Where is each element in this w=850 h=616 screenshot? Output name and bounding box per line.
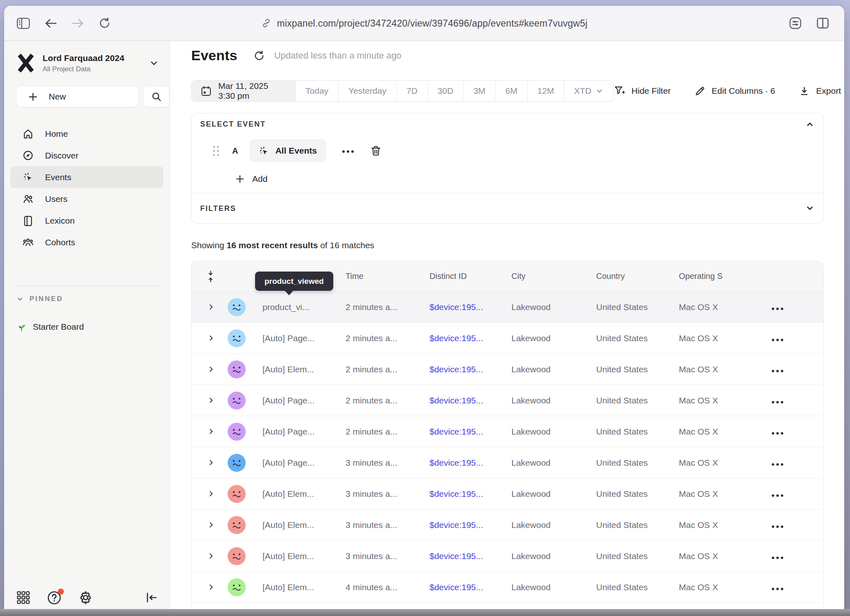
table-row[interactable]: [Auto] Page...2 minutes a...$device:195.… [192,385,823,416]
distinct-id-link[interactable]: $device:195... [430,551,511,561]
range-button-12m[interactable]: 12M [527,81,564,101]
row-expander-icon[interactable] [207,583,228,591]
row-menu-button[interactable] [772,582,783,592]
row-expander-icon[interactable] [207,459,228,467]
forward-button-icon[interactable] [71,18,84,29]
row-expander-icon[interactable] [207,428,228,435]
event-name-cell[interactable]: [Auto] Page... [262,458,346,468]
sidebar-item-starter-board[interactable]: Starter Board [16,318,84,336]
sidebar-item-users[interactable]: Users [10,188,163,210]
column-header-distinct-id[interactable]: Distinct ID [430,272,511,281]
expand-filters-icon[interactable] [805,204,814,213]
help-icon[interactable] [47,590,62,605]
event-options-button[interactable] [342,147,354,154]
event-selector-chip[interactable]: All Events [249,139,326,162]
event-name-cell[interactable]: [Auto] Page... [262,333,346,343]
refresh-icon[interactable] [253,50,265,62]
row-expander-icon[interactable] [207,521,228,529]
row-menu-button[interactable] [772,489,783,498]
range-button-30d[interactable]: 30D [427,81,463,101]
row-expander-icon[interactable] [207,365,228,373]
distinct-id-link[interactable]: $device:195... [430,396,511,405]
table-row[interactable]: [Auto] Elem...3 minutes a...$device:195.… [192,478,823,510]
table-row[interactable]: [Auto] Page...2 minutes a...$device:195.… [192,416,823,447]
range-button-xtd[interactable]: XTD [564,81,613,101]
event-avatar [228,516,246,534]
event-name-cell[interactable]: [Auto] Page... [262,427,346,437]
sidebar-item-home[interactable]: Home [10,123,163,145]
distinct-id-link[interactable]: $device:195... [430,489,511,499]
row-menu-button[interactable] [772,333,783,343]
event-name-cell[interactable]: [Auto] Elem... [262,582,346,592]
reload-button-icon[interactable] [98,17,111,29]
event-name-cell[interactable]: [Auto] Elem... [262,489,346,499]
sidebar-item-lexicon[interactable]: Lexicon [10,210,163,231]
row-expander-icon[interactable] [207,396,228,404]
range-button-6m[interactable]: 6M [495,81,527,101]
table-row[interactable]: [Auto] Elem...3 minutes a...$device:195.… [192,541,823,572]
row-menu-button[interactable] [772,302,783,312]
browser-sidebar-toggle-icon[interactable] [16,17,30,29]
split-view-icon[interactable] [816,16,830,30]
sidebar-item-events[interactable]: Events [10,166,163,188]
back-button-icon[interactable] [44,18,57,29]
page-settings-icon[interactable] [789,16,802,30]
row-menu-button[interactable] [772,551,783,561]
distinct-id-link[interactable]: $device:195... [430,582,511,592]
date-picker-label: Mar 11, 2025 3:30 pm [218,81,286,101]
pinned-section-toggle[interactable]: PINNED [16,295,63,303]
range-button-yesterday[interactable]: Yesterday [338,81,396,101]
export-button[interactable]: Export [799,86,841,97]
row-expander-icon[interactable] [207,334,228,342]
distinct-id-link[interactable]: $device:195... [430,458,511,468]
distinct-id-link[interactable]: $device:195... [430,302,511,312]
sidebar-item-cohorts[interactable]: Cohorts [10,231,163,253]
range-button-7d[interactable]: 7D [396,81,427,101]
project-switcher[interactable]: Lord Farquaad 2024 All Project Data [16,48,162,79]
row-expander-icon[interactable] [207,552,228,560]
column-header-city[interactable]: City [511,272,596,281]
distinct-id-link[interactable]: $device:195... [430,333,511,343]
new-button[interactable]: New [16,86,139,107]
hide-filter-button[interactable]: Hide Filter [614,85,671,97]
column-header-operating-system[interactable]: Operating S [679,272,762,281]
row-menu-button[interactable] [772,427,783,436]
apps-grid-icon[interactable] [16,591,30,605]
collapse-section-icon[interactable] [805,120,814,129]
distinct-id-link[interactable]: $device:195... [430,427,511,437]
table-row[interactable]: [Auto] Page...3 minutes a...$device:195.… [192,447,823,478]
address-bar[interactable]: mixpanel.com/project/3472420/view/397469… [261,18,587,29]
column-header-country[interactable]: Country [596,272,679,281]
collapse-sidebar-icon[interactable] [145,591,158,604]
search-button[interactable] [143,86,170,107]
row-expander-icon[interactable] [207,303,228,311]
event-name-cell[interactable]: [Auto] Elem... [262,551,346,561]
range-button-3m[interactable]: 3M [463,81,495,101]
event-name-cell[interactable]: [Auto] Elem... [262,520,346,530]
sidebar-item-discover[interactable]: Discover [10,145,163,166]
event-name-cell[interactable]: [Auto] Page... [262,396,346,405]
row-menu-button[interactable] [772,458,783,467]
edit-columns-button[interactable]: Edit Columns · 6 [694,86,775,97]
collapse-all-rows-icon[interactable] [192,270,228,283]
distinct-id-link[interactable]: $device:195... [430,365,511,374]
table-row[interactable]: [Auto] Elem...4 minutes a...$device:195.… [192,572,823,603]
row-menu-button[interactable] [772,396,783,405]
table-row[interactable]: [Auto] Page...2 minutes a...$device:195.… [192,323,823,354]
row-menu-button[interactable] [772,365,783,374]
table-row[interactable]: product_vi...2 minutes a...$device:195..… [192,292,823,323]
settings-gear-icon[interactable] [78,590,93,605]
add-event-button[interactable]: Add [235,170,267,188]
table-row[interactable]: [Auto] Elem...2 minutes a...$device:195.… [192,354,823,385]
column-header-time[interactable]: Time [346,272,430,281]
event-name-cell[interactable]: [Auto] Elem... [262,365,346,374]
table-row[interactable]: [Auto] Elem...3 minutes a...$device:195.… [192,510,823,541]
date-picker-button[interactable]: Mar 11, 2025 3:30 pm [192,81,295,101]
row-menu-button[interactable] [772,520,783,530]
range-button-today[interactable]: Today [295,81,338,101]
row-expander-icon[interactable] [207,490,228,498]
distinct-id-link[interactable]: $device:195... [430,520,511,530]
drag-handle-icon[interactable] [213,146,219,156]
event-name-cell[interactable]: product_vi... [262,302,346,312]
trash-icon[interactable] [370,145,382,156]
